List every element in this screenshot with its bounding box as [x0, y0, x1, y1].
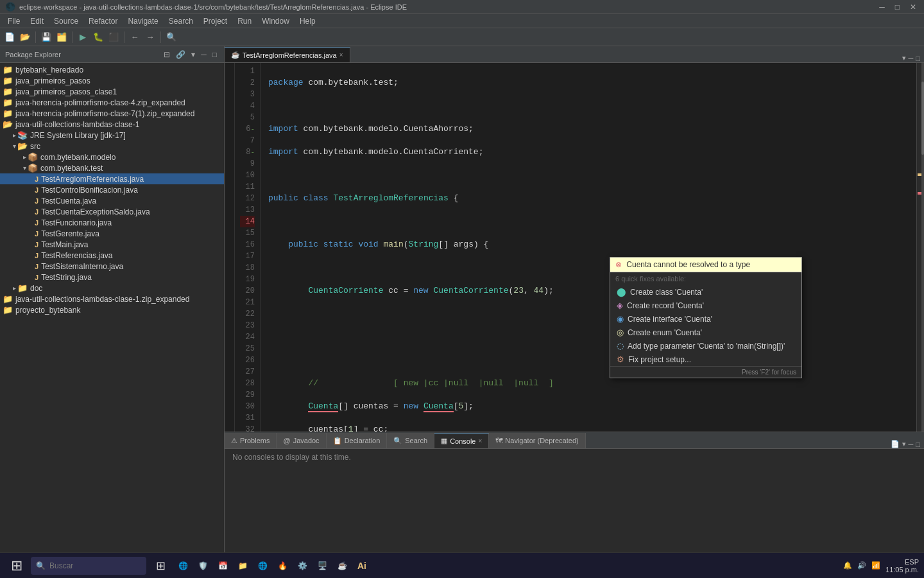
taskbar-search-input[interactable] — [49, 561, 133, 570]
stop-button[interactable]: ⬛ — [107, 30, 121, 44]
tree-expand-arrow[interactable]: ▾ — [23, 164, 26, 171]
tree-item-16[interactable]: JTestMain.java — [0, 239, 224, 250]
network-icon[interactable]: 📶 — [871, 561, 880, 570]
tree-item-21[interactable]: 📁java-util-collections-lambdas-clase-1.z… — [0, 293, 224, 304]
tab-javadoc[interactable]: @ Javadoc — [277, 433, 326, 448]
tree-item-7[interactable]: ▾📂src — [0, 141, 224, 152]
editor-chevron-button[interactable]: ▾ — [902, 54, 906, 62]
save-button[interactable]: 💾 — [39, 30, 53, 44]
quickfix-create-record[interactable]: ◈ Create record 'Cuenta' — [610, 299, 801, 312]
taskbar-app-defender[interactable]: 🛡️ — [194, 560, 212, 572]
tab-declaration[interactable]: 📋 Declaration — [327, 433, 388, 448]
taskbar-app-eclipse[interactable]: ☕ — [334, 560, 351, 572]
taskbar-app-files[interactable]: 📁 — [234, 560, 252, 572]
tree-item-9[interactable]: ▾📦com.bytebank.test — [0, 162, 224, 173]
close-button[interactable]: ✕ — [907, 3, 919, 12]
taskbar-app-settings[interactable]: ⚙️ — [294, 560, 311, 572]
tree-item-20[interactable]: ▸📁doc — [0, 283, 224, 293]
tab-navigator[interactable]: 🗺 Navigator (Deprecated) — [489, 433, 585, 448]
prev-edit-button[interactable]: ← — [128, 30, 142, 44]
quickfix-create-interface[interactable]: ◉ Create interface 'Cuenta' — [610, 312, 801, 326]
start-button[interactable]: ⊞ — [5, 554, 28, 577]
tree-item-5[interactable]: 📂java-util-collections-lambdas-clase-1 — [0, 119, 224, 130]
console-tab-close[interactable]: × — [478, 437, 482, 444]
taskbar-app-vscode[interactable]: 🖥️ — [314, 560, 331, 572]
maximize-button[interactable]: □ — [893, 3, 902, 12]
tree-item-12[interactable]: JTestCuenta.java — [0, 195, 224, 206]
taskbar-app-java[interactable]: Ai — [354, 559, 370, 572]
tree-expand-arrow[interactable]: ▸ — [13, 132, 16, 139]
bottom-minimize-button[interactable]: ─ — [909, 441, 914, 448]
tree-item-0[interactable]: 📁bytebank_heredado — [0, 64, 224, 75]
menu-project[interactable]: Project — [198, 15, 232, 27]
menu-help[interactable]: Help — [295, 15, 321, 27]
save-all-button[interactable]: 🗂️ — [55, 30, 69, 44]
tree-item-17[interactable]: JTestReferencias.java — [0, 250, 224, 261]
task-view-button[interactable]: ⊞ — [149, 554, 172, 577]
tree-item-2[interactable]: 📁java_primeiros_pasos_clase1 — [0, 86, 224, 97]
bottom-maximize-button[interactable]: □ — [916, 441, 920, 448]
console-display-button[interactable]: ▾ — [902, 440, 906, 448]
minimize-button[interactable]: ─ — [877, 3, 887, 12]
tree-item-8[interactable]: ▸📦com.bytebank.modelo — [0, 152, 224, 162]
tree-item-19[interactable]: JTestString.java — [0, 272, 224, 283]
menu-navigate[interactable]: Navigate — [123, 15, 163, 27]
quickfix-fix-project[interactable]: ⚙ Fix project setup... — [610, 353, 801, 366]
maximize-panel-button[interactable]: □ — [210, 49, 219, 60]
tree-item-10[interactable]: JTestArreglomReferencias.java — [0, 173, 224, 184]
menu-file[interactable]: File — [3, 15, 25, 27]
editor-minimize-button[interactable]: ─ — [909, 55, 914, 62]
taskbar-app-chrome[interactable]: 🌐 — [254, 560, 271, 572]
tree-item-18[interactable]: JTestSistemaInterno.java — [0, 261, 224, 272]
menu-refactor[interactable]: Refactor — [83, 15, 123, 27]
open-button[interactable]: 📂 — [18, 30, 32, 44]
minimize-panel-button[interactable]: ─ — [199, 49, 209, 60]
link-editor-button[interactable]: 🔗 — [174, 49, 187, 60]
taskbar-search-box[interactable]: 🔍 — [31, 557, 146, 575]
fold-button[interactable]: - — [250, 125, 255, 133]
tree-item-15[interactable]: JTestGerente.java — [0, 228, 224, 239]
menu-edit[interactable]: Edit — [25, 15, 49, 27]
menu-search[interactable]: Search — [164, 15, 198, 27]
quickfix-create-enum[interactable]: ◎ Create enum 'Cuenta' — [610, 326, 801, 339]
volume-icon[interactable]: 🔊 — [857, 561, 866, 570]
fold-button[interactable]: - — [250, 148, 255, 156]
tree-item-14[interactable]: JTestFuncionario.java — [0, 217, 224, 228]
tree-expand-arrow[interactable]: ▸ — [23, 153, 26, 161]
vertical-scrollbar[interactable] — [916, 63, 924, 432]
editor-maximize-button[interactable]: □ — [916, 55, 920, 62]
tab-search[interactable]: 🔍 Search — [387, 433, 434, 448]
search-global-button[interactable]: 🔍 — [164, 30, 178, 44]
taskbar-app-edge[interactable]: 🌐 — [175, 560, 192, 572]
notification-icon[interactable]: 🔔 — [843, 561, 852, 570]
code-lines[interactable]: package com.bytebank.test; import com.by… — [261, 63, 924, 432]
menu-source[interactable]: Source — [49, 15, 83, 27]
taskbar-app-calendar[interactable]: 📅 — [214, 560, 232, 572]
tree-expand-arrow[interactable]: ▸ — [13, 285, 16, 292]
tree-expand-arrow[interactable]: ▾ — [13, 143, 16, 150]
tree-item-1[interactable]: 📁java_primeiros_pasos — [0, 75, 224, 86]
tree-item-11[interactable]: JTestControlBonificacion.java — [0, 184, 224, 195]
tab-close-button[interactable]: × — [339, 51, 343, 58]
tree-item-13[interactable]: JTestCuentaExceptionSaldo.java — [0, 206, 224, 217]
next-edit-button[interactable]: → — [143, 30, 157, 44]
taskbar-app-firefox[interactable]: 🔥 — [274, 560, 291, 572]
tree-item-22[interactable]: 📁proyecto_bytebank — [0, 304, 224, 315]
editor-content[interactable]: 123456-78-910111213141516171819202122232… — [225, 63, 924, 432]
tab-console[interactable]: ▦ Console × — [434, 433, 489, 448]
tab-problems[interactable]: ⚠ Problems — [225, 433, 277, 448]
editor-tab-active[interactable]: ☕ TestArreglomReferencias.java × — [225, 47, 350, 62]
tree-item-4[interactable]: 📁java-herencia-polimorfismo-clase-7(1).z… — [0, 108, 224, 119]
view-menu-button[interactable]: ▾ — [189, 49, 197, 60]
quickfix-create-class[interactable]: ⬤ Create class 'Cuenta' — [610, 285, 801, 299]
collapse-all-button[interactable]: ⊟ — [162, 49, 172, 60]
new-button[interactable]: 📄 — [3, 30, 17, 44]
tree-item-6[interactable]: ▸📚JRE System Library [jdk-17] — [0, 130, 224, 141]
debug-button[interactable]: 🐛 — [91, 30, 105, 44]
quickfix-add-type-param[interactable]: ◌ Add type parameter 'Cuenta' to 'main(S… — [610, 339, 801, 353]
run-button[interactable]: ▶ — [76, 30, 90, 44]
tree-item-3[interactable]: 📁java-herencia-polimorfismo-clase-4.zip_… — [0, 97, 224, 108]
menu-window[interactable]: Window — [257, 15, 295, 27]
menu-run[interactable]: Run — [232, 15, 257, 27]
console-new-button[interactable]: 📄 — [891, 440, 900, 448]
